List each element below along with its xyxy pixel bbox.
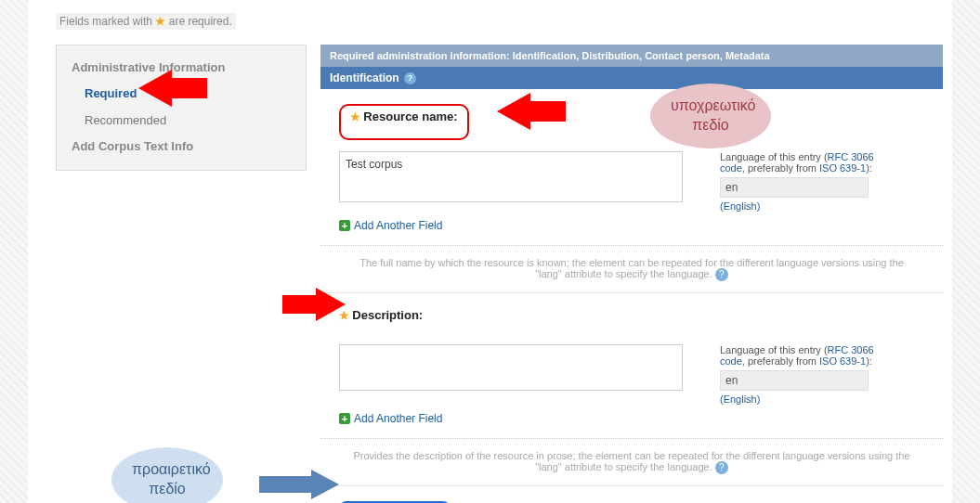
plus-icon: + bbox=[339, 413, 350, 424]
arrow-icon bbox=[138, 70, 172, 107]
description-input[interactable] bbox=[339, 344, 683, 391]
help-text-resource-name: The full name by which the resource is k… bbox=[320, 246, 943, 293]
sidebar-item-recommended[interactable]: Recommended bbox=[57, 107, 306, 134]
sidebar-heading-admin: Administrative Information bbox=[57, 55, 306, 80]
required-fields-note: Fields marked with ★ are required. bbox=[56, 13, 236, 30]
form-panel: Required administration information: Ide… bbox=[320, 45, 943, 503]
admin-info-bar: Required administration information: Ide… bbox=[320, 45, 943, 67]
add-another-field-button[interactable]: +Add Another Field bbox=[339, 412, 924, 425]
help-text-description: Provides the description of the resource… bbox=[320, 439, 943, 486]
add-another-field-button[interactable]: +Add Another Field bbox=[339, 219, 924, 232]
section-description: ★ Description: Language of this entry (R… bbox=[320, 293, 943, 439]
resource-name-label: ★ Resource name: bbox=[339, 104, 469, 140]
language-name: (English) bbox=[720, 200, 887, 212]
help-icon[interactable]: ? bbox=[715, 461, 728, 474]
callout-optional-field: προαιρετικό πεδίο bbox=[111, 447, 223, 503]
iso-link[interactable]: ISO 639-1 bbox=[819, 162, 866, 174]
help-icon[interactable]: ? bbox=[715, 268, 728, 281]
iso-link[interactable]: ISO 639-1 bbox=[819, 355, 866, 367]
section-resource-name: ★ Resource name: Language of this entry … bbox=[320, 89, 943, 246]
language-entry-block: Language of this entry (RFC 3066 code, p… bbox=[720, 344, 887, 405]
sidebar-heading-corpus[interactable]: Add Corpus Text Info bbox=[57, 134, 306, 159]
sidebar-nav: Administrative Information Required Reco… bbox=[56, 45, 307, 171]
language-code-input[interactable] bbox=[720, 177, 869, 198]
help-icon[interactable]: ? bbox=[404, 72, 416, 84]
identification-bar[interactable]: Identification ? bbox=[320, 67, 943, 89]
plus-icon: + bbox=[339, 220, 350, 231]
callout-mandatory-field: υποχρεωτικό πεδίο bbox=[650, 84, 771, 148]
star-icon: ★ bbox=[155, 15, 165, 28]
star-icon: ★ bbox=[350, 110, 360, 123]
description-label: ★ Description: bbox=[339, 308, 924, 333]
language-entry-block: Language of this entry (RFC 3066 code, p… bbox=[720, 151, 887, 212]
resource-name-input[interactable] bbox=[339, 151, 683, 202]
language-code-input[interactable] bbox=[720, 370, 869, 391]
arrow-icon bbox=[316, 288, 346, 321]
language-name: (English) bbox=[720, 393, 887, 405]
section-resource-short-name: Resource short name: +Add Another Field bbox=[320, 486, 943, 503]
arrow-icon bbox=[497, 93, 530, 130]
arrow-icon bbox=[311, 470, 339, 499]
